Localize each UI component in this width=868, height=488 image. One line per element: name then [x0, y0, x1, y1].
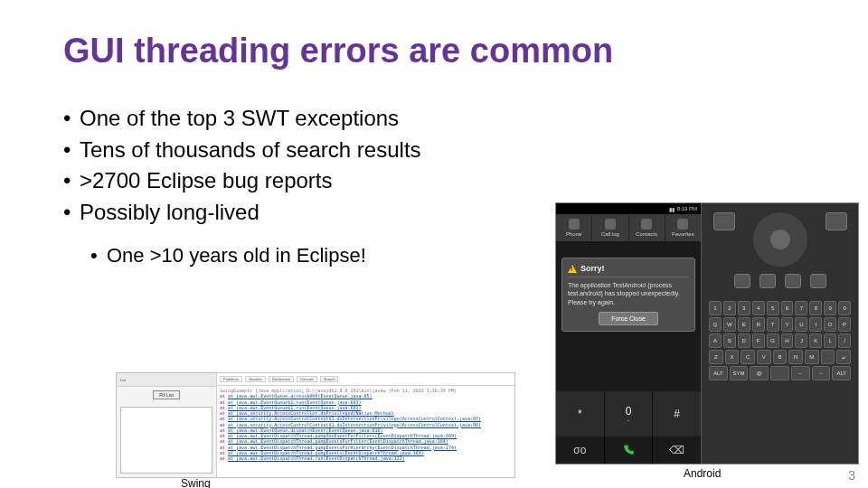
contacts-icon [641, 219, 652, 230]
swing-fill-list-button: Fill List [153, 390, 180, 399]
page-number: 3 [848, 468, 855, 483]
android-call-row: σο ⌫ [556, 436, 701, 464]
hw-key: ← [791, 366, 810, 380]
hw-key: K [809, 333, 822, 348]
swing-caption: Swing [181, 477, 211, 488]
voicemail-icon: σο [556, 436, 605, 464]
hw-volume-button [713, 212, 735, 230]
calllog-icon [605, 219, 616, 230]
hw-back-button [785, 274, 801, 288]
swing-stack-trace: SwingExample [Java Application] D:\javaj… [217, 386, 514, 477]
hw-key: Y [781, 317, 794, 332]
hw-key: D [738, 333, 750, 348]
swing-list-area [120, 407, 212, 474]
bullet-item: •>2700 Eclipse bug reports [63, 165, 805, 197]
hw-key: . [821, 350, 835, 364]
hw-key: I [809, 317, 822, 332]
hw-key: 2 [723, 301, 736, 315]
hw-key: Q [709, 317, 722, 332]
android-figure: ▮▮ 8:19 PM Phone Call log Contacts Favor… [555, 202, 859, 465]
android-top-tabs: Phone Call log Contacts Favorites [556, 214, 701, 241]
hw-key: / [838, 333, 851, 348]
hw-key: 9 [824, 301, 836, 315]
hw-key: SYM [730, 366, 749, 380]
slide-title: GUI threading errors are common [63, 33, 805, 70]
android-error-dialog: Sorry! The application TestAndroid (proc… [561, 258, 695, 332]
swing-figure: List Fill List Problems Javadoc Declarat… [116, 372, 515, 478]
bullet-item: •One of the top 3 SWT exceptions [63, 103, 805, 135]
hw-key: W [723, 317, 736, 332]
hw-key: 6 [781, 301, 794, 315]
favorites-icon [677, 219, 688, 230]
hw-dpad-center [770, 230, 790, 249]
android-caption: Android [684, 467, 721, 480]
hw-key: L [824, 333, 836, 348]
hw-key: X [725, 350, 740, 364]
hw-key: 8 [809, 301, 822, 315]
swing-window: List Fill List [117, 373, 217, 477]
hw-home-button [734, 274, 750, 288]
hw-key: E [738, 317, 750, 332]
hw-key: N [788, 350, 803, 364]
android-status-bar: ▮▮ 8:19 PM [556, 203, 701, 214]
force-close-button: Force Close [599, 312, 658, 325]
hw-key: Z [709, 350, 723, 364]
hw-key: ↵ [836, 350, 851, 364]
hw-key: O [824, 317, 836, 332]
hw-key: @ [750, 366, 769, 380]
hw-key: V [757, 350, 771, 364]
hw-key: U [795, 317, 807, 332]
signal-icon: ▮▮ [669, 206, 675, 212]
hw-key: ALT [709, 366, 728, 380]
hw-key: S [723, 333, 736, 348]
hw-dpad [753, 212, 807, 267]
backspace-icon: ⌫ [653, 436, 701, 464]
hw-key: F [752, 333, 765, 348]
hw-search-button [810, 274, 826, 288]
hw-key: 7 [795, 301, 807, 315]
hw-power-button [826, 212, 847, 230]
swing-console-tabs: Problems Javadoc Declaration Console Sea… [217, 373, 514, 386]
hw-key: 0 [838, 301, 851, 315]
call-icon [605, 436, 654, 464]
hw-key: P [838, 317, 851, 332]
hw-key: R [752, 317, 765, 332]
hw-key: T [767, 317, 779, 332]
hw-key: 1 [709, 301, 722, 315]
android-dialpad-row: * 0+ # [556, 391, 701, 436]
hw-key: C [741, 350, 755, 364]
hw-key: J [795, 333, 807, 348]
hw-key: 4 [752, 301, 765, 315]
hw-key: A [709, 333, 722, 348]
hw-key: M [805, 350, 819, 364]
android-hardware-panel: 1234567890QWERTYUIOPASDFGHJKL/ZXCVBNM.↵A… [702, 203, 858, 464]
bullet-item: •Tens of thousands of search results [63, 135, 805, 166]
hw-key: → [812, 366, 831, 380]
hw-key: G [767, 333, 779, 348]
phone-icon [569, 219, 580, 230]
hw-key: B [773, 350, 788, 364]
hw-key: 5 [767, 301, 779, 315]
android-phone-screen: ▮▮ 8:19 PM Phone Call log Contacts Favor… [556, 203, 702, 464]
hw-keyboard: 1234567890QWERTYUIOPASDFGHJKL/ZXCVBNM.↵A… [709, 301, 851, 455]
hw-key: 3 [738, 301, 750, 315]
hw-key: H [781, 333, 794, 348]
hw-key: ALT [832, 366, 851, 380]
warning-icon [568, 265, 577, 273]
hw-menu-button [760, 274, 776, 288]
swing-titlebar: List [117, 373, 216, 387]
hw-key [770, 366, 789, 380]
